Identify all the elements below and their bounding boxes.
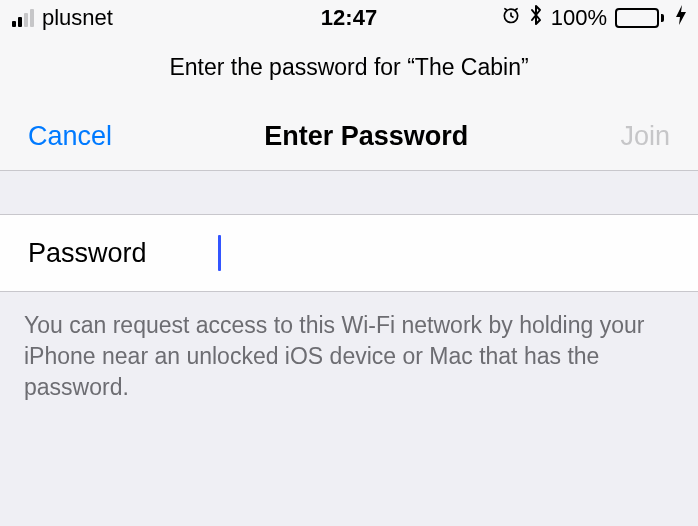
network-prompt: Enter the password for “The Cabin” (0, 36, 698, 111)
status-right: 100% (501, 4, 686, 32)
cancel-button[interactable]: Cancel (28, 121, 112, 152)
status-bar: plusnet 12:47 100% (0, 0, 698, 36)
nav-bar: Cancel Enter Password Join (0, 111, 698, 171)
signal-icon (12, 9, 34, 27)
battery-percent: 100% (551, 5, 607, 31)
password-label: Password (28, 238, 218, 269)
nav-title: Enter Password (264, 121, 468, 152)
password-input[interactable] (221, 238, 670, 269)
alarm-icon (501, 5, 521, 31)
bluetooth-icon (529, 4, 543, 32)
status-left: plusnet (12, 5, 113, 31)
charging-icon (676, 5, 686, 31)
helper-text: You can request access to this Wi-Fi net… (0, 292, 698, 421)
network-prompt-text: Enter the password for “The Cabin” (169, 54, 528, 80)
carrier-label: plusnet (42, 5, 113, 31)
clock: 12:47 (321, 5, 377, 31)
password-row[interactable]: Password (0, 215, 698, 292)
join-button[interactable]: Join (620, 121, 670, 152)
battery-icon (615, 8, 664, 28)
section-gap (0, 171, 698, 215)
